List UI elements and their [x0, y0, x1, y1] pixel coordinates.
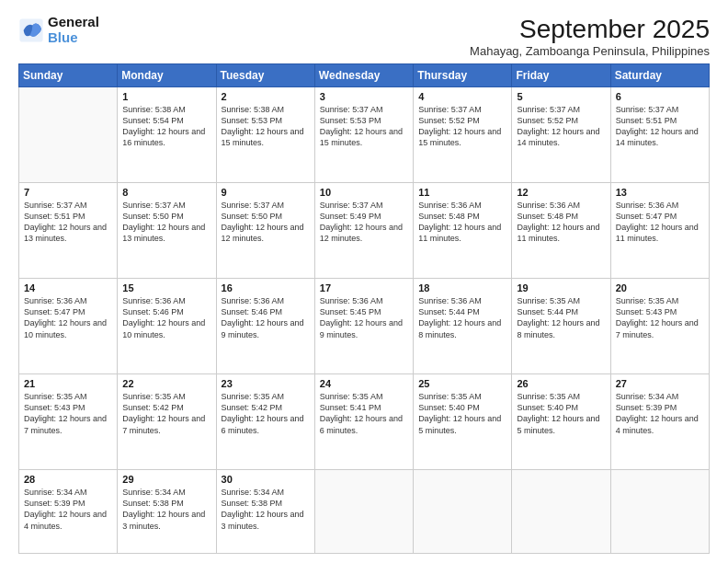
day-number: 1 [122, 91, 210, 102]
table-row: 28Sunrise: 5:34 AM Sunset: 5:39 PM Dayli… [19, 470, 118, 554]
col-friday: Friday [512, 64, 610, 87]
cell-info: Sunrise: 5:35 AM Sunset: 5:42 PM Dayligh… [122, 391, 210, 436]
cell-info: Sunrise: 5:35 AM Sunset: 5:43 PM Dayligh… [24, 391, 112, 436]
cell-info: Sunrise: 5:34 AM Sunset: 5:38 PM Dayligh… [122, 487, 210, 532]
calendar: Sunday Monday Tuesday Wednesday Thursday… [18, 63, 710, 554]
table-row: 16Sunrise: 5:36 AM Sunset: 5:46 PM Dayli… [216, 279, 314, 374]
day-number: 26 [517, 378, 605, 389]
logo-icon [18, 17, 44, 43]
table-row: 6Sunrise: 5:37 AM Sunset: 5:51 PM Daylig… [610, 87, 709, 183]
table-row: 22Sunrise: 5:35 AM Sunset: 5:42 PM Dayli… [118, 374, 216, 470]
cell-info: Sunrise: 5:37 AM Sunset: 5:52 PM Dayligh… [418, 104, 506, 149]
col-wednesday: Wednesday [314, 64, 413, 87]
day-number: 8 [122, 187, 210, 198]
table-row: 25Sunrise: 5:35 AM Sunset: 5:40 PM Dayli… [414, 374, 512, 470]
calendar-week-5: 28Sunrise: 5:34 AM Sunset: 5:39 PM Dayli… [19, 470, 710, 554]
table-row: 14Sunrise: 5:36 AM Sunset: 5:47 PM Dayli… [19, 279, 118, 374]
calendar-week-4: 21Sunrise: 5:35 AM Sunset: 5:43 PM Dayli… [19, 374, 710, 470]
table-row: 10Sunrise: 5:37 AM Sunset: 5:49 PM Dayli… [314, 183, 413, 279]
day-number: 18 [418, 282, 506, 293]
cell-info: Sunrise: 5:37 AM Sunset: 5:49 PM Dayligh… [320, 200, 408, 245]
page: General Blue September 2025 Mahayag, Zam… [0, 0, 728, 563]
location: Mahayag, Zamboanga Peninsula, Philippine… [470, 44, 710, 58]
day-number: 25 [418, 378, 506, 389]
cell-info: Sunrise: 5:37 AM Sunset: 5:50 PM Dayligh… [222, 200, 310, 245]
table-row: 29Sunrise: 5:34 AM Sunset: 5:38 PM Dayli… [118, 470, 216, 554]
day-number: 11 [418, 187, 506, 198]
cell-info: Sunrise: 5:34 AM Sunset: 5:38 PM Dayligh… [222, 487, 310, 532]
table-row: 2Sunrise: 5:38 AM Sunset: 5:53 PM Daylig… [216, 87, 314, 183]
cell-info: Sunrise: 5:37 AM Sunset: 5:52 PM Dayligh… [517, 104, 605, 149]
col-sunday: Sunday [19, 64, 118, 87]
cell-info: Sunrise: 5:36 AM Sunset: 5:46 PM Dayligh… [122, 295, 210, 340]
day-number: 13 [616, 187, 704, 198]
table-row: 8Sunrise: 5:37 AM Sunset: 5:50 PM Daylig… [118, 183, 216, 279]
table-row [314, 470, 413, 554]
day-number: 5 [517, 91, 605, 102]
day-number: 29 [122, 474, 210, 485]
cell-info: Sunrise: 5:37 AM Sunset: 5:53 PM Dayligh… [320, 104, 408, 149]
col-tuesday: Tuesday [216, 64, 314, 87]
table-row: 11Sunrise: 5:36 AM Sunset: 5:48 PM Dayli… [414, 183, 512, 279]
day-number: 30 [222, 474, 310, 485]
cell-info: Sunrise: 5:36 AM Sunset: 5:47 PM Dayligh… [616, 200, 704, 245]
cell-info: Sunrise: 5:35 AM Sunset: 5:42 PM Dayligh… [222, 391, 310, 436]
table-row: 27Sunrise: 5:34 AM Sunset: 5:39 PM Dayli… [610, 374, 709, 470]
day-number: 2 [222, 91, 310, 102]
cell-info: Sunrise: 5:34 AM Sunset: 5:39 PM Dayligh… [616, 391, 704, 436]
cell-info: Sunrise: 5:36 AM Sunset: 5:44 PM Dayligh… [418, 295, 506, 340]
cell-info: Sunrise: 5:35 AM Sunset: 5:44 PM Dayligh… [517, 295, 605, 340]
table-row: 4Sunrise: 5:37 AM Sunset: 5:52 PM Daylig… [414, 87, 512, 183]
day-number: 17 [320, 282, 408, 293]
table-row: 7Sunrise: 5:37 AM Sunset: 5:51 PM Daylig… [19, 183, 118, 279]
table-row: 3Sunrise: 5:37 AM Sunset: 5:53 PM Daylig… [314, 87, 413, 183]
table-row: 24Sunrise: 5:35 AM Sunset: 5:41 PM Dayli… [314, 374, 413, 470]
day-number: 3 [320, 91, 408, 102]
header: General Blue September 2025 Mahayag, Zam… [18, 15, 710, 58]
table-row: 18Sunrise: 5:36 AM Sunset: 5:44 PM Dayli… [414, 279, 512, 374]
calendar-week-3: 14Sunrise: 5:36 AM Sunset: 5:47 PM Dayli… [19, 279, 710, 374]
table-row: 17Sunrise: 5:36 AM Sunset: 5:45 PM Dayli… [314, 279, 413, 374]
cell-info: Sunrise: 5:35 AM Sunset: 5:43 PM Dayligh… [616, 295, 704, 340]
cell-info: Sunrise: 5:35 AM Sunset: 5:40 PM Dayligh… [517, 391, 605, 436]
month-title: September 2025 [470, 15, 710, 44]
day-number: 23 [222, 378, 310, 389]
table-row: 9Sunrise: 5:37 AM Sunset: 5:50 PM Daylig… [216, 183, 314, 279]
cell-info: Sunrise: 5:36 AM Sunset: 5:47 PM Dayligh… [24, 295, 112, 340]
day-number: 15 [122, 282, 210, 293]
logo-text: General Blue [48, 15, 99, 45]
cell-info: Sunrise: 5:38 AM Sunset: 5:54 PM Dayligh… [122, 104, 210, 149]
day-number: 19 [517, 282, 605, 293]
day-number: 22 [122, 378, 210, 389]
table-row [512, 470, 610, 554]
table-row: 19Sunrise: 5:35 AM Sunset: 5:44 PM Dayli… [512, 279, 610, 374]
cell-info: Sunrise: 5:35 AM Sunset: 5:40 PM Dayligh… [418, 391, 506, 436]
table-row: 26Sunrise: 5:35 AM Sunset: 5:40 PM Dayli… [512, 374, 610, 470]
day-number: 28 [24, 474, 112, 485]
cell-info: Sunrise: 5:36 AM Sunset: 5:48 PM Dayligh… [418, 200, 506, 245]
calendar-header-row: Sunday Monday Tuesday Wednesday Thursday… [19, 64, 710, 87]
table-row: 23Sunrise: 5:35 AM Sunset: 5:42 PM Dayli… [216, 374, 314, 470]
calendar-week-1: 1Sunrise: 5:38 AM Sunset: 5:54 PM Daylig… [19, 87, 710, 183]
day-number: 4 [418, 91, 506, 102]
cell-info: Sunrise: 5:34 AM Sunset: 5:39 PM Dayligh… [24, 487, 112, 532]
table-row: 1Sunrise: 5:38 AM Sunset: 5:54 PM Daylig… [118, 87, 216, 183]
day-number: 14 [24, 282, 112, 293]
day-number: 10 [320, 187, 408, 198]
cell-info: Sunrise: 5:37 AM Sunset: 5:51 PM Dayligh… [24, 200, 112, 245]
calendar-week-2: 7Sunrise: 5:37 AM Sunset: 5:51 PM Daylig… [19, 183, 710, 279]
table-row [610, 470, 709, 554]
col-saturday: Saturday [610, 64, 709, 87]
day-number: 20 [616, 282, 704, 293]
day-number: 6 [616, 91, 704, 102]
table-row: 5Sunrise: 5:37 AM Sunset: 5:52 PM Daylig… [512, 87, 610, 183]
logo: General Blue [18, 15, 99, 45]
day-number: 21 [24, 378, 112, 389]
cell-info: Sunrise: 5:36 AM Sunset: 5:46 PM Dayligh… [222, 295, 310, 340]
day-number: 9 [222, 187, 310, 198]
day-number: 27 [616, 378, 704, 389]
table-row: 12Sunrise: 5:36 AM Sunset: 5:48 PM Dayli… [512, 183, 610, 279]
cell-info: Sunrise: 5:37 AM Sunset: 5:51 PM Dayligh… [616, 104, 704, 149]
table-row: 30Sunrise: 5:34 AM Sunset: 5:38 PM Dayli… [216, 470, 314, 554]
day-number: 16 [222, 282, 310, 293]
